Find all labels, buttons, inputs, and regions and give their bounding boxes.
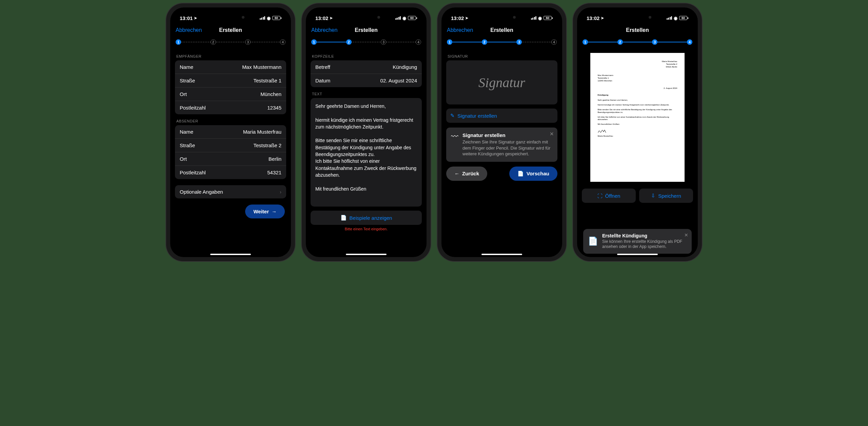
step-4: 4: [551, 39, 557, 45]
tip-title: Signatur erstellen: [462, 132, 553, 138]
signature-placeholder: Signatur: [478, 75, 525, 91]
recipient-street-row[interactable]: StraßeTeststraße 1: [175, 74, 286, 88]
status-time: 13:02: [451, 15, 464, 21]
close-icon[interactable]: ✕: [684, 232, 688, 238]
error-text: Bitte einen Text eingeben.: [311, 225, 422, 231]
sender-header: ABSENDER: [175, 114, 286, 125]
toast: 📄 Erstellte Kündigung Sie können Ihre er…: [583, 229, 692, 254]
step-2: 2: [346, 39, 352, 45]
step-1: 1: [311, 39, 317, 45]
next-button[interactable]: Weiter→: [245, 205, 285, 218]
battery-icon: 60: [408, 16, 417, 20]
date-row[interactable]: Datum02. August 2024: [311, 74, 422, 87]
step-1: 1: [583, 39, 588, 45]
toast-title: Erstellte Kündigung: [602, 233, 687, 238]
home-indicator[interactable]: [346, 254, 387, 255]
location-icon: ➤: [194, 16, 197, 20]
step-4: 4: [280, 39, 285, 45]
status-time: 13:01: [180, 15, 193, 21]
create-signature-button[interactable]: ✎ Signatur erstellen: [446, 109, 557, 123]
wifi-icon: ◉: [402, 16, 406, 21]
cancel-button[interactable]: Abbrechen: [447, 27, 473, 33]
doc-sender-street: Teststraße 2: [598, 63, 677, 66]
location-icon: ➤: [330, 16, 333, 20]
doc-signature-icon: [598, 129, 677, 135]
dynamic-island: [483, 12, 520, 22]
doc-p2: hiermit kündige ich meinen Vertrag frist…: [598, 104, 677, 106]
phone-1: 13:01➤ ◉ 60 Abbrechen Erstellen 1 2 3 4 …: [166, 3, 295, 261]
sender-city-row[interactable]: OrtBerlin: [175, 152, 286, 166]
body-textarea[interactable]: Sehr geehrte Damen und Herren, hiermit k…: [311, 98, 422, 207]
doc-recip-city: 12345 München: [598, 80, 677, 82]
optional-row[interactable]: Optionale Angaben›: [175, 185, 286, 198]
nav-bar: Abbrechen Erstellen: [441, 24, 562, 37]
document-preview[interactable]: Maria Musterfrau Teststraße 2 54321 Berl…: [590, 53, 685, 182]
doc-p5: Mit freundlichen Grüßen: [598, 123, 677, 126]
expand-icon: ⛶: [597, 193, 603, 199]
cellular-icon: [260, 16, 265, 20]
home-indicator[interactable]: [617, 254, 658, 255]
doc-recip-name: Max Mustermann: [598, 74, 677, 77]
sender-name-row[interactable]: NameMaria Musterfrau: [175, 125, 286, 139]
back-button[interactable]: ←Zurück: [446, 167, 487, 181]
doc-sig-name: Maria Musterfrau: [598, 135, 677, 138]
home-indicator[interactable]: [481, 254, 522, 255]
toast-body: Sie können Ihre erstellte Kündigung als …: [602, 239, 687, 250]
document-icon: 📄: [588, 236, 598, 246]
battery-icon: 60: [544, 16, 553, 20]
download-icon: ⇩: [651, 193, 655, 199]
cancel-button[interactable]: Abbrechen: [176, 27, 202, 33]
header-section: KOPFZEILE: [311, 50, 422, 60]
wifi-icon: ◉: [267, 16, 271, 21]
doc-subject: Kündigung: [598, 94, 677, 97]
sender-zip-row[interactable]: Postleitzahl54321: [175, 166, 286, 179]
dynamic-island: [212, 12, 249, 22]
nav-bar: Erstellen: [577, 24, 698, 37]
doc-p1: Sehr geehrte Damen und Herren,: [598, 99, 677, 102]
cellular-icon: [667, 16, 672, 20]
signature-preview[interactable]: Signatur: [446, 60, 557, 104]
arrow-left-icon: ←: [454, 171, 459, 176]
document-icon: 📄: [340, 215, 347, 221]
battery-icon: 60: [272, 16, 281, 20]
doc-p3: Bitte senden Sie mir eine schriftliche B…: [598, 109, 677, 114]
page-title: Erstellen: [490, 27, 513, 33]
examples-button[interactable]: 📄 Beispiele anzeigen: [311, 211, 422, 225]
sender-street-row[interactable]: StraßeTeststraße 2: [175, 139, 286, 152]
optional-list: Optionale Angaben›: [175, 185, 286, 198]
close-icon[interactable]: ✕: [550, 131, 554, 137]
save-button[interactable]: ⇩Speichern: [639, 189, 693, 203]
subject-row[interactable]: BetreffKündigung: [311, 60, 422, 74]
tip-body: Zeichnen Sie Ihre Signatur ganz einfach …: [462, 139, 553, 157]
status-time: 13:02: [587, 15, 599, 21]
step-3: 3: [652, 39, 657, 45]
phone-2: 13:02➤ ◉ 60 Abbrechen Erstellen 1 2 3 4 …: [302, 3, 431, 261]
step-3: 3: [516, 39, 522, 45]
step-2: 2: [482, 39, 487, 45]
doc-recip-street: Teststraße 1: [598, 77, 677, 80]
recipient-name-row[interactable]: NameMax Mustermann: [175, 60, 286, 74]
recipient-zip-row[interactable]: Postleitzahl12345: [175, 101, 286, 114]
open-button[interactable]: ⛶Öffnen: [582, 189, 636, 203]
step-indicator: 1 2 3 4: [306, 37, 427, 50]
step-3: 3: [245, 39, 251, 45]
preview-button[interactable]: 📄Vorschau: [509, 167, 557, 181]
home-indicator[interactable]: [210, 254, 251, 255]
recipient-city-row[interactable]: OrtMünchen: [175, 88, 286, 101]
status-time: 13:02: [315, 15, 328, 21]
scribble-icon: ✎: [450, 113, 455, 119]
step-4: 4: [687, 39, 692, 45]
step-2: 2: [211, 39, 216, 45]
cancel-button[interactable]: Abbrechen: [311, 27, 337, 33]
wifi-icon: ◉: [674, 16, 677, 21]
wifi-icon: ◉: [538, 16, 542, 21]
battery-icon: 60: [679, 16, 688, 20]
doc-date: 2. August 2024: [598, 87, 677, 90]
step-indicator: 1 2 3 4: [577, 37, 698, 50]
nav-bar: Abbrechen Erstellen: [170, 24, 291, 37]
step-indicator: 1 2 3 4: [170, 37, 291, 50]
chevron-right-icon: ›: [280, 189, 281, 195]
step-1: 1: [176, 39, 181, 45]
tip-card: 〰 Signatur erstellen Zeichnen Sie Ihre S…: [446, 128, 557, 162]
doc-p4: Ich bitte Sie höflichst von einer Kontak…: [598, 116, 677, 121]
